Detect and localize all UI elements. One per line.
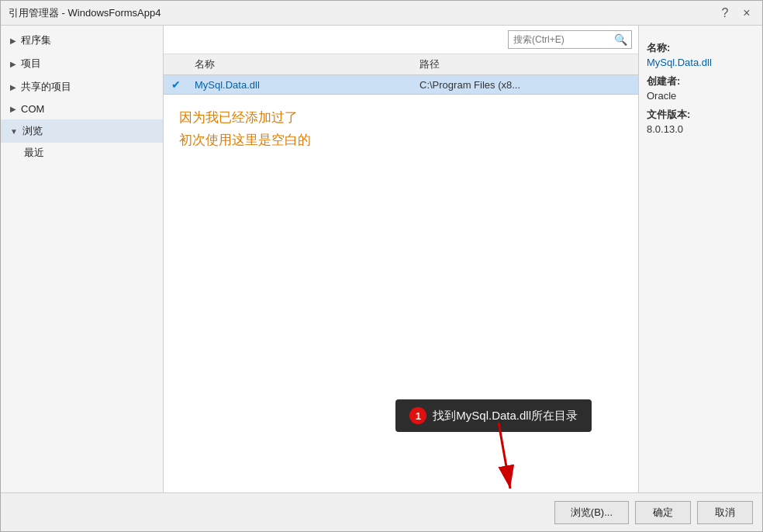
dll-path: C:\Program Files (x8... [413, 79, 638, 91]
content-area: ▶ 程序集 ▶ 项目 ▶ 共享的项目 ▶ COM ▼ 浏览 最近 [1, 26, 762, 492]
sidebar-item-shared[interactable]: ▶ 共享的项目 [1, 75, 163, 98]
name-label: 名称: [647, 41, 754, 55]
table-header: 名称 路径 [164, 54, 638, 75]
window-title: 引用管理器 - WindowsFormsApp4 [9, 6, 161, 20]
sidebar-item-label: COM [21, 103, 44, 115]
table-row[interactable]: ✔ MySql.Data.dll C:\Program Files (x8... [164, 75, 638, 95]
search-input[interactable] [513, 34, 614, 45]
sidebar-sub-recent[interactable]: 最近 [1, 143, 163, 163]
bottom-bar: 浏览(B)... 确定 取消 [1, 492, 762, 531]
sidebar-item-label: 项目 [21, 57, 41, 71]
creator-value: Oracle [647, 90, 754, 102]
sidebar-item-browse[interactable]: ▼ 浏览 [1, 119, 163, 143]
sidebar-item-com[interactable]: ▶ COM [1, 98, 163, 119]
annotation-text: 因为我已经添加过了 初次使用这里是空白的 [164, 95, 638, 164]
creator-label: 创建者: [647, 74, 754, 88]
help-button[interactable]: ? [717, 5, 733, 21]
search-box: 🔍 [508, 30, 632, 49]
top-bar: 🔍 [164, 26, 638, 54]
version-value: 8.0.13.0 [647, 123, 754, 135]
title-bar: 引用管理器 - WindowsFormsApp4 ? × [1, 1, 762, 26]
browse-button[interactable]: 浏览(B)... [554, 501, 629, 524]
dll-name: MySql.Data.dll [188, 79, 413, 91]
name-value: MySql.Data.dll [647, 57, 754, 68]
annotation-line1: 因为我已经添加过了 [179, 107, 623, 130]
callout-text: 找到MySql.Data.dll所在目录 [433, 409, 578, 423]
annotation-line2: 初次使用这里是空白的 [179, 130, 623, 152]
path-column-header: 路径 [413, 57, 638, 71]
name-column-header: 名称 [188, 57, 413, 71]
sidebar: ▶ 程序集 ▶ 项目 ▶ 共享的项目 ▶ COM ▼ 浏览 最近 [1, 26, 164, 492]
table-body: ✔ MySql.Data.dll C:\Program Files (x8...… [164, 75, 638, 392]
chevron-down-icon: ▼ [10, 127, 18, 136]
row-checkbox[interactable]: ✔ [164, 78, 188, 91]
callout-bubble: 1 找到MySql.Data.dll所在目录 [395, 399, 592, 432]
cancel-button[interactable]: 取消 [697, 501, 753, 524]
main-panel: 🔍 名称 路径 ✔ MySql.Data.dll C:\Program File… [164, 26, 638, 492]
window-controls: ? × [717, 5, 754, 21]
sidebar-sub-label: 最近 [24, 147, 44, 158]
checkbox-column-header [164, 57, 188, 71]
sidebar-item-projects[interactable]: ▶ 项目 [1, 52, 163, 75]
chevron-right-icon: ▶ [10, 105, 16, 113]
version-label: 文件版本: [647, 108, 754, 122]
info-panel: 名称: MySql.Data.dll 创建者: Oracle 文件版本: 8.0… [638, 26, 762, 492]
svg-line-1 [499, 423, 510, 489]
sidebar-item-label: 程序集 [21, 33, 51, 47]
chevron-right-icon: ▶ [10, 36, 16, 45]
chevron-right-icon: ▶ [10, 83, 16, 92]
sidebar-item-label: 浏览 [22, 124, 43, 138]
ok-button[interactable]: 确定 [635, 501, 691, 524]
sidebar-item-label: 共享的项目 [21, 80, 71, 94]
arrow-indicator-icon [468, 423, 530, 492]
search-button[interactable]: 🔍 [614, 33, 627, 46]
close-button[interactable]: × [739, 5, 754, 21]
chevron-right-icon: ▶ [10, 60, 16, 68]
sidebar-item-assemblies[interactable]: ▶ 程序集 [1, 29, 163, 52]
main-window: 引用管理器 - WindowsFormsApp4 ? × ▶ 程序集 ▶ 项目 … [0, 0, 763, 532]
callout-number: 1 [409, 407, 426, 424]
